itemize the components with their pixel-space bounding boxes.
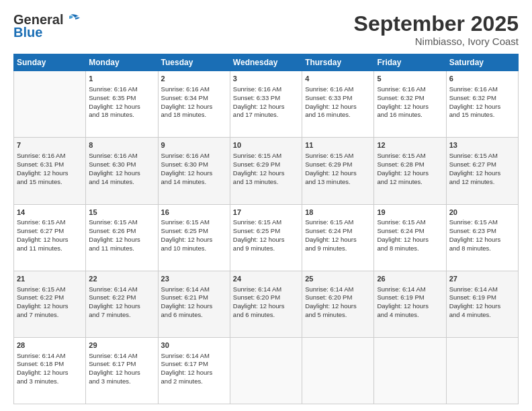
day-info-line: Sunrise: 6:15 AM — [17, 218, 83, 227]
day-info-line: Sunset: 6:24 PM — [305, 227, 371, 236]
day-number: 20 — [449, 208, 515, 218]
calendar-cell: 15Sunrise: 6:15 AMSunset: 6:26 PMDayligh… — [86, 204, 158, 271]
day-info-line: Sunset: 6:30 PM — [161, 161, 227, 169]
day-info-line: Daylight: 12 hours — [161, 302, 227, 311]
day-info-line: Sunset: 6:30 PM — [89, 161, 154, 169]
day-info-line: Daylight: 12 hours — [161, 103, 227, 111]
day-number: 9 — [161, 140, 227, 150]
day-info-line: Sunrise: 6:16 AM — [89, 152, 154, 161]
day-info-line: and 10 minutes. — [161, 244, 227, 253]
day-info-line: and 2 minutes. — [161, 377, 227, 386]
day-number: 2 — [161, 74, 227, 84]
day-info-line: Daylight: 12 hours — [377, 302, 443, 311]
day-info-line: Sunset: 6:25 PM — [233, 227, 299, 236]
day-number: 17 — [233, 208, 299, 218]
calendar-cell: 11Sunrise: 6:15 AMSunset: 6:29 PMDayligh… — [302, 138, 374, 204]
calendar-cell: 16Sunrise: 6:15 AMSunset: 6:25 PMDayligh… — [158, 204, 230, 271]
day-info-line: Daylight: 12 hours — [233, 302, 299, 311]
day-info-line: Sunset: 6:27 PM — [449, 161, 515, 169]
header: General Blue September 2025 Nimbiasso, I… — [13, 12, 519, 47]
day-info-line: Sunset: 6:19 PM — [377, 293, 443, 302]
calendar-header-row: Sunday Monday Tuesday Wednesday Thursday… — [14, 54, 519, 71]
day-info-line: and 6 minutes. — [161, 311, 227, 320]
calendar-cell: 20Sunrise: 6:15 AMSunset: 6:23 PMDayligh… — [446, 204, 518, 271]
day-number: 3 — [233, 74, 299, 84]
col-sunday: Sunday — [14, 54, 86, 71]
day-info-line: and 12 minutes. — [449, 178, 515, 187]
day-number: 13 — [449, 140, 515, 150]
calendar-week-row: 7Sunrise: 6:16 AMSunset: 6:31 PMDaylight… — [14, 138, 519, 204]
calendar-cell: 29Sunrise: 6:14 AMSunset: 6:17 PMDayligh… — [86, 337, 158, 404]
day-info-line: Sunset: 6:17 PM — [161, 360, 227, 369]
day-info-line: Sunrise: 6:14 AM — [233, 285, 299, 294]
day-info-line: and 3 minutes. — [89, 377, 154, 386]
day-info-line: and 15 minutes. — [449, 111, 515, 120]
day-number: 22 — [89, 274, 154, 284]
day-info-line: Sunset: 6:26 PM — [89, 227, 154, 236]
day-info-line: Sunset: 6:28 PM — [377, 161, 443, 169]
day-info-line: Daylight: 12 hours — [161, 236, 227, 244]
day-info-line: and 9 minutes. — [305, 244, 371, 253]
day-number: 1 — [89, 74, 154, 84]
day-info-line: Sunrise: 6:14 AM — [17, 352, 83, 361]
day-info-line: and 18 minutes. — [161, 111, 227, 120]
day-number: 7 — [17, 140, 83, 150]
day-info-line: Daylight: 12 hours — [17, 369, 83, 377]
calendar-cell — [374, 337, 446, 404]
day-info-line: Daylight: 12 hours — [17, 302, 83, 311]
calendar-cell: 19Sunrise: 6:15 AMSunset: 6:24 PMDayligh… — [374, 204, 446, 271]
day-info-line: and 14 minutes. — [89, 178, 154, 187]
calendar-cell: 26Sunrise: 6:14 AMSunset: 6:19 PMDayligh… — [374, 271, 446, 337]
calendar-cell — [446, 337, 518, 404]
day-info-line: Sunrise: 6:15 AM — [161, 218, 227, 227]
calendar-cell: 18Sunrise: 6:15 AMSunset: 6:24 PMDayligh… — [302, 204, 374, 271]
logo-bird-icon — [65, 13, 80, 26]
calendar-cell: 21Sunrise: 6:15 AMSunset: 6:22 PMDayligh… — [14, 271, 86, 337]
day-info-line: Sunrise: 6:14 AM — [89, 352, 154, 361]
day-info-line: Sunset: 6:27 PM — [17, 227, 83, 236]
day-number: 15 — [89, 208, 154, 218]
day-info-line: and 11 minutes. — [17, 244, 83, 253]
day-info-line: Daylight: 12 hours — [89, 236, 154, 244]
day-info-line: Sunrise: 6:16 AM — [161, 152, 227, 161]
day-number: 4 — [305, 74, 371, 84]
calendar-cell: 24Sunrise: 6:14 AMSunset: 6:20 PMDayligh… — [230, 271, 302, 337]
day-info-line: Daylight: 12 hours — [377, 236, 443, 244]
day-info-line: Sunset: 6:31 PM — [17, 161, 83, 169]
day-info-line: Sunrise: 6:15 AM — [449, 218, 515, 227]
calendar-cell — [230, 337, 302, 404]
day-number: 11 — [305, 140, 371, 150]
col-tuesday: Tuesday — [158, 54, 230, 71]
day-info-line: Sunset: 6:33 PM — [233, 94, 299, 103]
calendar-table: Sunday Monday Tuesday Wednesday Thursday… — [13, 54, 519, 404]
day-info-line: Daylight: 12 hours — [89, 302, 154, 311]
day-info-line: Daylight: 12 hours — [233, 236, 299, 244]
day-info-line: Sunrise: 6:14 AM — [161, 285, 227, 294]
day-info-line: Daylight: 12 hours — [449, 169, 515, 178]
day-info-line: Sunset: 6:20 PM — [233, 293, 299, 302]
day-info-line: Sunset: 6:21 PM — [161, 293, 227, 302]
day-info-line: Sunset: 6:35 PM — [89, 94, 154, 103]
day-number: 26 — [377, 274, 443, 284]
day-info-line: Daylight: 12 hours — [377, 103, 443, 111]
calendar-cell: 9Sunrise: 6:16 AMSunset: 6:30 PMDaylight… — [158, 138, 230, 204]
day-info-line: Sunset: 6:32 PM — [377, 94, 443, 103]
day-info-line: and 14 minutes. — [161, 178, 227, 187]
day-info-line: Sunrise: 6:14 AM — [449, 285, 515, 294]
day-number: 30 — [161, 340, 227, 351]
calendar-cell: 10Sunrise: 6:15 AMSunset: 6:29 PMDayligh… — [230, 138, 302, 204]
day-info-line: Sunset: 6:34 PM — [161, 94, 227, 103]
day-info-line: Sunrise: 6:16 AM — [161, 85, 227, 94]
day-info-line: and 11 minutes. — [89, 244, 154, 253]
day-number: 29 — [89, 340, 154, 351]
day-info-line: and 5 minutes. — [305, 311, 371, 320]
calendar-cell — [14, 71, 86, 138]
calendar-week-row: 14Sunrise: 6:15 AMSunset: 6:27 PMDayligh… — [14, 204, 519, 271]
day-info-line: Sunrise: 6:14 AM — [305, 285, 371, 294]
day-info-line: Daylight: 12 hours — [17, 169, 83, 178]
day-number: 19 — [377, 208, 443, 218]
calendar-cell: 28Sunrise: 6:14 AMSunset: 6:18 PMDayligh… — [14, 337, 86, 404]
day-info-line: Sunrise: 6:15 AM — [377, 218, 443, 227]
day-number: 24 — [233, 274, 299, 284]
col-friday: Friday — [374, 54, 446, 71]
